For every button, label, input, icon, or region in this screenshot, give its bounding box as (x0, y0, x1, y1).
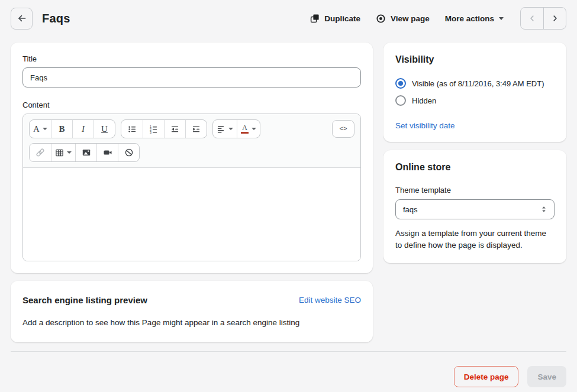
insert-video-button[interactable] (96, 144, 118, 161)
video-icon (103, 148, 112, 157)
image-icon (82, 148, 91, 157)
svg-text:3: 3 (150, 130, 151, 133)
align-color-group: A (212, 119, 260, 138)
radio-unselected-icon[interactable] (395, 95, 406, 106)
list-indent-group: 1 2 3 (121, 119, 207, 138)
font-style-icon: A (33, 125, 40, 134)
italic-icon: I (82, 125, 85, 134)
rich-text-editor: A B I U (22, 114, 361, 261)
radio-selected-icon[interactable] (395, 78, 406, 89)
caret-down-icon (43, 128, 47, 130)
arrow-left-icon (17, 14, 27, 23)
caret-down-icon (228, 128, 233, 130)
topbar-actions: Duplicate View page More actions (304, 7, 566, 30)
online-store-card: Online store Theme template faqs Assign … (383, 150, 566, 263)
chevron-left-icon (528, 14, 536, 22)
edit-website-seo-link[interactable]: Edit website SEO (299, 296, 361, 304)
code-icon: <> (339, 125, 347, 132)
duplicate-label: Duplicate (324, 14, 360, 23)
numbered-list-button[interactable]: 1 2 3 (143, 120, 164, 138)
duplicate-icon (310, 14, 320, 23)
content-editor-body[interactable] (23, 168, 360, 261)
view-page-label: View page (391, 14, 430, 23)
insert-group (29, 143, 140, 162)
indent-button[interactable] (185, 120, 207, 138)
caret-down-icon (499, 17, 504, 20)
seo-card-header: Search engine listing preview Edit websi… (22, 295, 361, 305)
side-column: Visibility Visible (as of 8/11/2016, 3:4… (383, 43, 566, 263)
italic-button[interactable]: I (72, 120, 94, 138)
online-store-card-title: Online store (395, 162, 555, 173)
font-style-button[interactable]: A (30, 120, 51, 138)
previous-page-button[interactable] (521, 8, 543, 29)
text-style-group: A B I U (29, 119, 115, 138)
alignment-button[interactable] (213, 120, 237, 138)
title-label: Title (22, 54, 361, 63)
chevron-right-icon (551, 14, 559, 22)
bold-button[interactable]: B (51, 120, 72, 138)
view-page-button[interactable]: View page (370, 9, 436, 28)
toolbar-row-2 (29, 143, 354, 162)
page-details-card: Title Content A (11, 43, 373, 273)
set-visibility-date-link[interactable]: Set visibility date (395, 121, 455, 130)
bullet-list-button[interactable] (121, 120, 143, 138)
visibility-card-title: Visibility (395, 54, 555, 65)
bullet-list-icon (128, 125, 137, 134)
caret-down-icon (67, 151, 72, 154)
pagination (520, 7, 566, 30)
theme-template-select[interactable]: faqs (395, 199, 555, 219)
outdent-button[interactable] (164, 120, 185, 138)
caret-down-icon (252, 128, 256, 130)
numbered-list-icon: 1 2 3 (149, 125, 158, 134)
visibility-option-visible[interactable]: Visible (as of 8/11/2016, 3:49 AM EDT) (395, 78, 555, 89)
align-left-icon (217, 125, 225, 134)
visibility-card: Visibility Visible (as of 8/11/2016, 3:4… (383, 43, 566, 142)
eye-icon (376, 14, 386, 24)
outdent-icon (170, 125, 179, 134)
duplicate-button[interactable]: Duplicate (304, 9, 366, 28)
insert-image-button[interactable] (75, 144, 96, 161)
save-button[interactable]: Save (527, 366, 566, 387)
select-updown-icon (540, 205, 548, 213)
editor-toolbar: A B I U (23, 114, 360, 168)
visibility-option-hidden[interactable]: Hidden (395, 95, 555, 106)
toolbar-row-1: A B I U (29, 119, 354, 138)
seo-card: Search engine listing preview Edit websi… (11, 281, 373, 342)
text-color-icon: A (241, 124, 249, 134)
theme-template-help-text: Assign a template from your current them… (395, 228, 555, 251)
visible-option-label: Visible (as of 8/11/2016, 3:49 AM EDT) (412, 79, 544, 88)
underline-button[interactable]: U (94, 120, 115, 138)
underline-icon: U (101, 125, 108, 134)
more-actions-label: More actions (445, 14, 494, 23)
content-area: Title Content A (0, 37, 577, 342)
back-button[interactable] (11, 8, 33, 30)
hidden-option-label: Hidden (412, 96, 436, 105)
indent-icon (192, 125, 201, 134)
table-icon (55, 148, 64, 157)
delete-page-button[interactable]: Delete page (454, 366, 519, 387)
theme-template-label: Theme template (395, 186, 555, 195)
next-page-button[interactable] (543, 8, 566, 29)
topbar: Faqs Duplicate View page (0, 0, 577, 37)
content-label: Content (22, 101, 361, 109)
page-title: Faqs (42, 12, 70, 25)
show-html-button[interactable]: <> (332, 120, 354, 138)
link-icon (36, 148, 45, 157)
title-input[interactable] (22, 67, 361, 88)
seo-card-title: Search engine listing preview (22, 295, 147, 305)
clear-formatting-icon (124, 148, 134, 157)
main-column: Title Content A (11, 43, 373, 342)
insert-link-button[interactable] (30, 144, 51, 161)
more-actions-button[interactable]: More actions (439, 9, 510, 28)
seo-description: Add a description to see how this Page m… (22, 318, 361, 327)
clear-formatting-button[interactable] (118, 144, 139, 161)
theme-template-value: faqs (403, 205, 418, 214)
bold-icon: B (59, 125, 65, 134)
footer-actions: Delete page Save (0, 352, 577, 392)
insert-table-button[interactable] (51, 144, 75, 161)
page-editor: Faqs Duplicate View page (0, 0, 577, 392)
text-color-button[interactable]: A (237, 120, 260, 138)
